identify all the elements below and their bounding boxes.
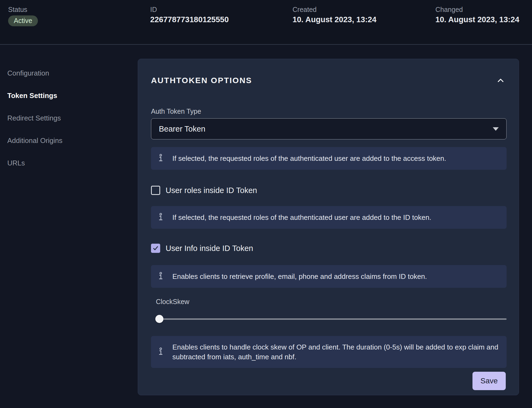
clockskew-info-box: Enables clients to handle clock skew of … xyxy=(151,336,507,368)
checkbox-label: User roles inside ID Token xyxy=(166,186,257,195)
sidebar-item-label: Configuration xyxy=(7,69,49,77)
checkbox-unchecked-icon xyxy=(151,186,160,195)
chevron-up-icon xyxy=(497,76,505,84)
detail-header: Status Active ID 226778773180125550 Crea… xyxy=(0,0,532,45)
settings-nav: Configuration Token Settings Redirect Se… xyxy=(0,45,138,181)
card-actions: Save xyxy=(151,372,507,390)
auth-token-type-label: Auth Token Type xyxy=(151,107,507,116)
sidebar-item-label: Redirect Settings xyxy=(7,114,61,122)
info-text: If selected, the requested roles of the … xyxy=(172,213,431,222)
info-text: Enables clients to retrieve profile, ema… xyxy=(172,272,427,281)
created-value: 10. August 2023, 13:24 xyxy=(293,14,376,25)
collapse-button[interactable] xyxy=(495,74,507,86)
status-label: Status xyxy=(8,5,27,14)
sidebar-item-label: URLs xyxy=(7,159,25,167)
id-column: ID 226778773180125550 xyxy=(150,5,293,44)
user-roles-checkbox-row[interactable]: User roles inside ID Token xyxy=(151,185,257,196)
checkbox-label: User Info inside ID Token xyxy=(166,244,253,253)
changed-column: Changed 10. August 2023, 13:24 xyxy=(435,5,532,44)
user-info-info-box: Enables clients to retrieve profile, ema… xyxy=(151,265,507,288)
slider-track[interactable] xyxy=(156,318,507,320)
info-text: If selected, the requested roles of the … xyxy=(172,154,446,163)
auth-token-type-select[interactable]: Bearer Token xyxy=(151,118,507,139)
info-icon xyxy=(158,347,164,357)
sidebar-item-label: Additional Origins xyxy=(7,136,63,145)
changed-label: Changed xyxy=(435,5,463,14)
info-icon xyxy=(158,154,164,163)
status-badge: Active xyxy=(8,15,38,26)
clockskew-label: ClockSkew xyxy=(156,298,507,306)
checkbox-checked-icon xyxy=(151,244,160,253)
clockskew-slider[interactable] xyxy=(156,315,507,323)
sidebar-item-urls[interactable]: URLs xyxy=(7,159,25,167)
info-icon xyxy=(158,272,164,281)
authtoken-options-card: AUTHTOKEN OPTIONS Auth Token Type Bearer… xyxy=(138,59,519,395)
info-text: Enables clients to handle clock skew of … xyxy=(172,342,500,362)
created-column: Created 10. August 2023, 13:24 xyxy=(293,5,435,44)
user-info-checkbox-row[interactable]: User Info inside ID Token xyxy=(151,243,253,254)
sidebar-item-token-settings[interactable]: Token Settings xyxy=(7,91,57,100)
slider-thumb[interactable] xyxy=(155,315,163,323)
id-token-roles-info-box: If selected, the requested roles of the … xyxy=(151,206,507,229)
save-button[interactable]: Save xyxy=(472,372,506,390)
auth-token-type-value: Bearer Token xyxy=(159,125,205,133)
sidebar-item-redirect-settings[interactable]: Redirect Settings xyxy=(7,114,61,122)
info-icon xyxy=(158,213,164,222)
changed-value: 10. August 2023, 13:24 xyxy=(435,14,519,25)
access-token-info-box: If selected, the requested roles of the … xyxy=(151,147,507,170)
sidebar-item-additional-origins[interactable]: Additional Origins xyxy=(7,136,63,145)
dropdown-caret-icon xyxy=(493,127,499,131)
sidebar-item-label: Token Settings xyxy=(7,92,57,100)
sidebar-item-configuration[interactable]: Configuration xyxy=(7,69,49,77)
id-value: 226778773180125550 xyxy=(150,14,229,25)
created-label: Created xyxy=(293,5,317,14)
card-title: AUTHTOKEN OPTIONS xyxy=(151,75,252,86)
clockskew-section: ClockSkew xyxy=(151,288,507,323)
status-column: Status Active xyxy=(8,5,150,44)
card-header: AUTHTOKEN OPTIONS xyxy=(151,74,507,86)
id-label: ID xyxy=(150,5,157,14)
